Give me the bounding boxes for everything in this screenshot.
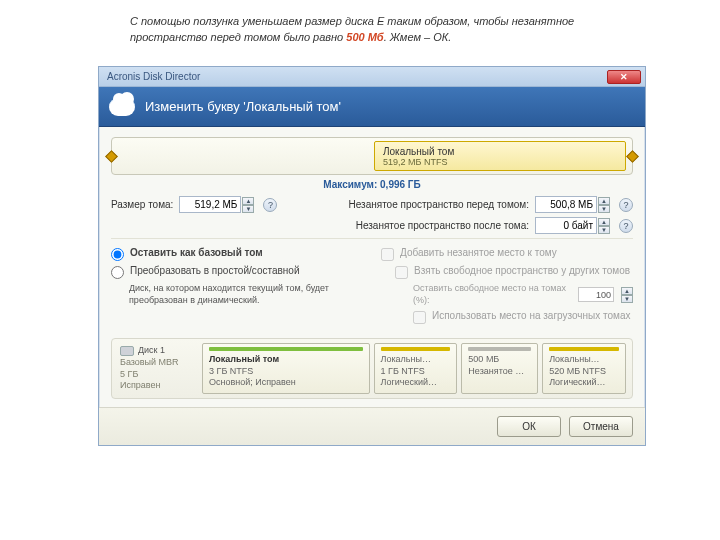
disk-title: Диск 1 — [138, 345, 165, 357]
size-input[interactable] — [179, 196, 241, 213]
disk-line: Базовый MBR — [120, 357, 196, 369]
cancel-button[interactable]: Отмена — [569, 416, 633, 437]
disk-icon — [120, 346, 134, 356]
before-label: Незанятое пространство перед томом: — [348, 199, 529, 210]
size-slider[interactable]: Локальный том 519,2 МБ NTFS — [111, 137, 633, 175]
slider-handle-right[interactable] — [626, 150, 639, 163]
before-input[interactable] — [535, 196, 597, 213]
chk-take-free — [395, 266, 408, 279]
after-label: Незанятое пространство после тома: — [356, 220, 529, 231]
spin-down-icon: ▼ — [621, 295, 633, 303]
volume-sub: 519,2 МБ NTFS — [383, 157, 617, 167]
ok-button[interactable]: ОК — [497, 416, 561, 437]
spin-up-icon[interactable]: ▲ — [598, 197, 610, 205]
chk-label-boot: Использовать место на загрузочных томах — [432, 310, 630, 321]
volume-name: Локальный том — [383, 146, 617, 157]
percent-label: Оставить свободное место на томах (%): — [413, 283, 572, 306]
partition[interactable]: 500 МБНезанятое … — [461, 343, 538, 394]
radio-convert[interactable] — [111, 266, 124, 279]
volume-box[interactable]: Локальный том 519,2 МБ NTFS — [374, 141, 626, 171]
spin-down-icon[interactable]: ▼ — [598, 226, 610, 234]
titlebar[interactable]: Acronis Disk Director ✕ — [99, 67, 645, 87]
spin-down-icon[interactable]: ▼ — [598, 205, 610, 213]
chk-label-add: Добавить незанятое место к тому — [400, 247, 557, 258]
partition[interactable]: Локальны…520 МБ NTFSЛогический… — [542, 343, 626, 394]
disk-line: 5 ГБ — [120, 369, 196, 381]
spin-up-icon: ▲ — [621, 287, 633, 295]
spin-up-icon[interactable]: ▲ — [598, 218, 610, 226]
maximum-label: Максимум: 0,996 ГБ — [111, 179, 633, 190]
spin-down-icon[interactable]: ▼ — [242, 205, 254, 213]
chk-label-take: Взять свободное пространство у других то… — [414, 265, 630, 276]
disk-info: Диск 1 Базовый MBR 5 ГБ Исправен — [118, 343, 198, 394]
chk-boot — [413, 311, 426, 324]
radio-keep-basic[interactable] — [111, 248, 124, 261]
size-label: Размер тома: — [111, 199, 173, 210]
partition[interactable]: Локальный том3 ГБ NTFSОсновной; Исправен — [202, 343, 370, 394]
dialog-header: Изменить букву 'Локальный том' — [99, 87, 645, 127]
caption-text2: . Жмем – ОК. — [384, 31, 452, 43]
dialog-footer: ОК Отмена — [99, 407, 645, 445]
convert-note: Диск, на котором находится текущий том, … — [129, 283, 363, 306]
percent-input — [578, 287, 614, 302]
app-title: Acronis Disk Director — [107, 71, 200, 82]
radio-label-convert: Преобразовать в простой/составной — [130, 265, 299, 276]
chk-add-unalloc — [381, 248, 394, 261]
cloud-icon — [109, 98, 135, 116]
after-input[interactable] — [535, 217, 597, 234]
partition[interactable]: Локальны…1 ГБ NTFSЛогический… — [374, 343, 458, 394]
disk-director-dialog: Acronis Disk Director ✕ Изменить букву '… — [98, 66, 646, 446]
spin-up-icon[interactable]: ▲ — [242, 197, 254, 205]
help-icon[interactable]: ? — [263, 198, 277, 212]
close-button[interactable]: ✕ — [607, 70, 641, 84]
help-icon[interactable]: ? — [619, 198, 633, 212]
slide-caption: С помощью ползунка уменьшаем размер диск… — [0, 0, 720, 54]
help-icon[interactable]: ? — [619, 219, 633, 233]
radio-label-basic: Оставить как базовый том — [130, 247, 263, 258]
disk-line: Исправен — [120, 380, 196, 392]
dialog-title: Изменить букву 'Локальный том' — [145, 99, 341, 114]
slider-handle-left[interactable] — [105, 150, 118, 163]
caption-highlight: 500 Мб — [346, 31, 383, 43]
disk-layout: Диск 1 Базовый MBR 5 ГБ Исправен Локальн… — [111, 338, 633, 399]
